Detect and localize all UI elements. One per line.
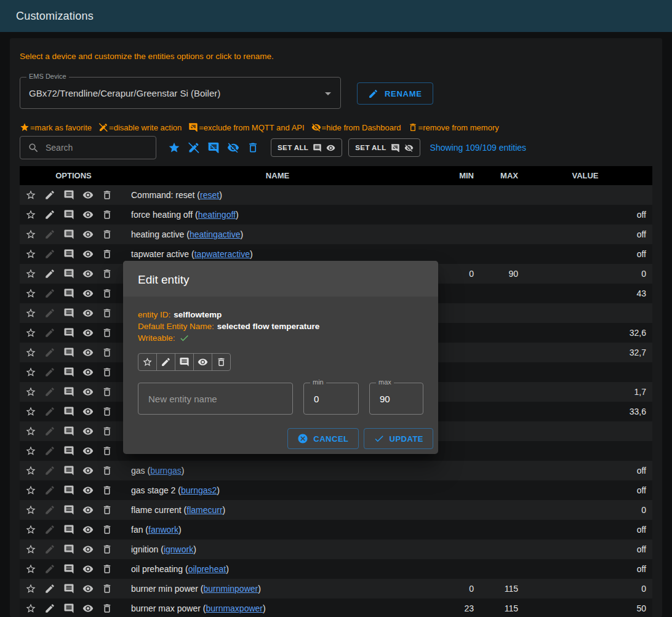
visibility-icon[interactable] xyxy=(82,465,94,476)
visibility-icon[interactable] xyxy=(82,229,94,240)
edit-icon[interactable] xyxy=(44,445,55,456)
star-icon[interactable] xyxy=(25,563,36,575)
delete-icon[interactable] xyxy=(102,603,113,614)
edit-icon[interactable] xyxy=(44,268,55,279)
visibility-icon[interactable] xyxy=(82,386,94,397)
delete-icon[interactable] xyxy=(102,288,113,299)
visibility-off-filter-button[interactable] xyxy=(224,138,242,157)
delete-icon[interactable] xyxy=(102,347,113,358)
star-icon[interactable] xyxy=(25,347,36,358)
edit-icon[interactable] xyxy=(44,308,55,319)
visibility-icon[interactable] xyxy=(82,288,94,299)
device-select[interactable]: EMS Device GBx72/Trendline/Cerapur/Green… xyxy=(20,77,341,109)
star-icon[interactable] xyxy=(25,485,36,496)
entity-code-link[interactable]: flamecurr xyxy=(186,505,222,515)
rename-button[interactable]: RENAME xyxy=(357,82,433,105)
comment-icon[interactable] xyxy=(63,268,74,279)
entity-code-link[interactable]: burngas2 xyxy=(181,485,217,495)
visibility-icon[interactable] xyxy=(82,485,94,496)
edit-icon[interactable] xyxy=(44,229,55,240)
star-icon[interactable] xyxy=(25,249,36,260)
comment-icon[interactable] xyxy=(63,563,74,575)
visibility-icon[interactable] xyxy=(82,347,94,358)
comment-icon[interactable] xyxy=(63,229,74,240)
star-icon[interactable] xyxy=(25,603,36,614)
visibility-icon[interactable] xyxy=(82,209,94,220)
comment-icon[interactable] xyxy=(63,504,74,515)
table-row[interactable]: gas stage 2 (burngas2)off xyxy=(20,480,652,500)
table-row[interactable]: force heating off (heatingoff)off xyxy=(20,205,652,225)
comment-icon[interactable] xyxy=(63,485,74,496)
comment-icon[interactable] xyxy=(63,189,74,201)
table-row[interactable]: burner min power (burnminpower)01150 xyxy=(20,579,652,599)
comment-icon[interactable] xyxy=(63,249,74,260)
comment-icon[interactable] xyxy=(63,406,74,417)
table-row[interactable]: flame current (flamecurr)0 xyxy=(20,500,652,520)
edit-icon[interactable] xyxy=(44,406,55,417)
delete-icon[interactable] xyxy=(102,583,113,594)
min-field[interactable]: min xyxy=(303,383,359,415)
delete-icon[interactable] xyxy=(102,524,113,535)
star-icon[interactable] xyxy=(25,465,36,476)
max-input[interactable] xyxy=(378,393,414,405)
comment-icon[interactable] xyxy=(63,445,74,456)
edit-icon[interactable] xyxy=(44,603,55,614)
visibility-icon[interactable] xyxy=(82,308,94,319)
entity-code-link[interactable]: fanwork xyxy=(148,525,178,535)
delete-icon[interactable] xyxy=(102,229,113,240)
visibility-icon[interactable] xyxy=(82,445,94,456)
edit-icon[interactable] xyxy=(44,189,55,201)
delete-icon[interactable] xyxy=(102,544,113,555)
set-all-button-2[interactable]: SET ALL xyxy=(348,138,420,157)
edit-icon[interactable] xyxy=(44,544,55,555)
delete-icon[interactable] xyxy=(102,249,113,260)
star-toggle-button[interactable] xyxy=(138,353,157,371)
star-icon[interactable] xyxy=(25,189,36,201)
visibility-icon[interactable] xyxy=(82,603,94,614)
table-row[interactable]: Command: reset (reset) xyxy=(20,185,652,205)
visibility-icon[interactable] xyxy=(82,189,94,201)
table-row[interactable]: heating active (heatingactive)off xyxy=(20,225,652,244)
new-entity-name-field[interactable] xyxy=(138,383,293,415)
visibility-icon[interactable] xyxy=(82,544,94,555)
edit-icon[interactable] xyxy=(44,347,55,358)
star-icon[interactable] xyxy=(25,386,36,397)
entity-code-link[interactable]: ignwork xyxy=(164,544,193,554)
star-filled-filter-button[interactable] xyxy=(165,138,183,157)
table-row[interactable]: oil preheating (oilpreheat)off xyxy=(20,559,652,579)
comment-icon[interactable] xyxy=(63,583,74,594)
edit-icon[interactable] xyxy=(44,386,55,397)
delete-icon[interactable] xyxy=(102,445,113,456)
delete-icon[interactable] xyxy=(102,504,113,515)
edit-icon[interactable] xyxy=(44,524,55,535)
star-icon[interactable] xyxy=(25,308,36,319)
visibility-icon[interactable] xyxy=(82,426,94,437)
table-row[interactable]: fan (fanwork)off xyxy=(20,520,652,539)
star-icon[interactable] xyxy=(25,268,36,279)
visibility-icon[interactable] xyxy=(82,327,94,338)
visibility-toggle-button[interactable] xyxy=(193,353,212,371)
star-icon[interactable] xyxy=(25,445,36,456)
visibility-icon[interactable] xyxy=(82,406,94,417)
entity-code-link[interactable]: burnminpower xyxy=(204,584,258,594)
edit-toggle-button[interactable] xyxy=(156,353,175,371)
delete-icon[interactable] xyxy=(102,563,113,575)
delete-icon[interactable] xyxy=(102,327,113,338)
star-icon[interactable] xyxy=(25,209,36,220)
comment-icon[interactable] xyxy=(63,327,74,338)
min-input[interactable] xyxy=(313,393,350,405)
entity-code-link[interactable]: heatingoff xyxy=(198,210,236,220)
star-icon[interactable] xyxy=(25,544,36,555)
comment-icon[interactable] xyxy=(63,308,74,319)
comment-icon[interactable] xyxy=(63,347,74,358)
visibility-icon[interactable] xyxy=(82,504,94,515)
entity-code-link[interactable]: reset xyxy=(200,190,219,200)
set-all-button-1[interactable]: SET ALL xyxy=(271,138,342,157)
comment-toggle-button[interactable] xyxy=(175,353,194,371)
star-icon[interactable] xyxy=(25,524,36,535)
star-icon[interactable] xyxy=(25,229,36,240)
edit-off-filter-button[interactable] xyxy=(185,138,203,157)
update-button[interactable]: UPDATE xyxy=(364,428,433,449)
star-icon[interactable] xyxy=(25,426,36,437)
edit-icon[interactable] xyxy=(44,426,55,437)
